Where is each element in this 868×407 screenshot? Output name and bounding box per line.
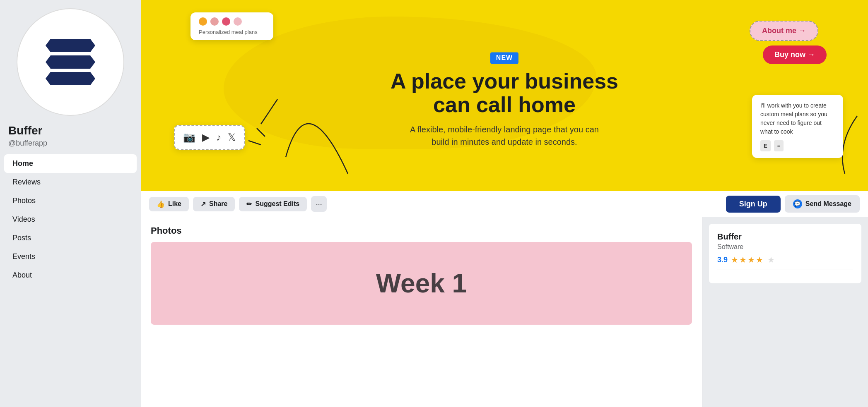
like-icon: 👍 (157, 200, 165, 208)
sidebar-item-events[interactable]: Events (4, 247, 137, 266)
sidebar-item-about[interactable]: About (4, 266, 137, 285)
text-tool-align[interactable]: ≡ (774, 140, 784, 152)
cover-headline: A place your business can call home (391, 69, 618, 117)
main-content: Personalized meal plans NEW A place your… (141, 0, 868, 407)
floating-social-card: 📷 ▶ ♪ 𝕏 (174, 125, 245, 150)
action-bar: 👍 Like ↗ Share ✏ Suggest Edits ··· Sign … (141, 191, 868, 217)
sidebar-item-reviews[interactable]: Reviews (4, 173, 137, 192)
bottom-panels: Photos Week 1 Buffer Software 3.9 ★★★★ ★ (141, 217, 868, 407)
cover-subtext: A flexible, mobile-friendly landing page… (391, 124, 618, 148)
buy-now-button[interactable]: Buy now → (763, 45, 827, 64)
sign-up-button[interactable]: Sign Up (726, 196, 781, 213)
youtube-icon: ▶ (202, 132, 210, 143)
photos-panel: Photos Week 1 (141, 217, 702, 407)
tiktok-icon: ♪ (216, 132, 221, 143)
send-message-button[interactable]: 💬 Send Message (785, 195, 860, 213)
page-name: Buffer (0, 124, 42, 137)
sidebar-item-photos[interactable]: Photos (4, 192, 137, 210)
cover-banner: Personalized meal plans NEW A place your… (141, 0, 868, 191)
twitter-icon: 𝕏 (228, 132, 236, 143)
sidebar-item-videos[interactable]: Videos (4, 210, 137, 229)
nav-menu: Home Reviews Photos Videos Posts Events … (0, 154, 141, 285)
cover-text-center: NEW A place your business can call home … (391, 52, 618, 148)
avatar (17, 8, 124, 116)
photos-title: Photos (151, 225, 692, 236)
meal-card-label: Personalized meal plans (199, 29, 265, 35)
share-icon: ↗ (200, 200, 206, 208)
instagram-icon: 📷 (183, 132, 195, 143)
sidebar-item-posts[interactable]: Posts (4, 229, 137, 247)
week-text: Week 1 (376, 268, 467, 299)
stars-filled: ★★★★ (731, 255, 764, 265)
share-button[interactable]: ↗ Share (193, 197, 235, 211)
info-card-name: Buffer (717, 232, 853, 242)
edit-icon: ✏ (246, 200, 252, 208)
right-panel: Buffer Software 3.9 ★★★★ ★ (702, 217, 868, 407)
suggest-edits-button[interactable]: ✏ Suggest Edits (239, 197, 307, 211)
sidebar-item-home[interactable]: Home (4, 154, 137, 173)
rating-number: 3.9 (717, 256, 728, 264)
info-card-category: Software (717, 243, 853, 251)
photo-placeholder: Week 1 (151, 242, 692, 325)
like-button[interactable]: 👍 Like (149, 197, 189, 211)
floating-text-card: I'll work with you to create custom meal… (752, 95, 843, 158)
text-tool-bold[interactable]: E (760, 140, 771, 152)
floating-meal-card: Personalized meal plans (190, 12, 273, 40)
more-button[interactable]: ··· (311, 196, 327, 212)
messenger-icon: 💬 (793, 199, 802, 208)
new-badge: NEW (490, 52, 518, 64)
info-card: Buffer Software 3.9 ★★★★ ★ (709, 224, 861, 283)
rating-row: 3.9 ★★★★ ★ (717, 255, 853, 265)
text-card-content: I'll work with you to create custom meal… (760, 101, 835, 136)
about-me-button[interactable]: About me → (750, 21, 818, 41)
sidebar: Buffer @bufferapp Home Reviews Photos Vi… (0, 0, 141, 407)
page-handle: @bufferapp (0, 139, 47, 148)
star-empty: ★ (767, 255, 775, 265)
